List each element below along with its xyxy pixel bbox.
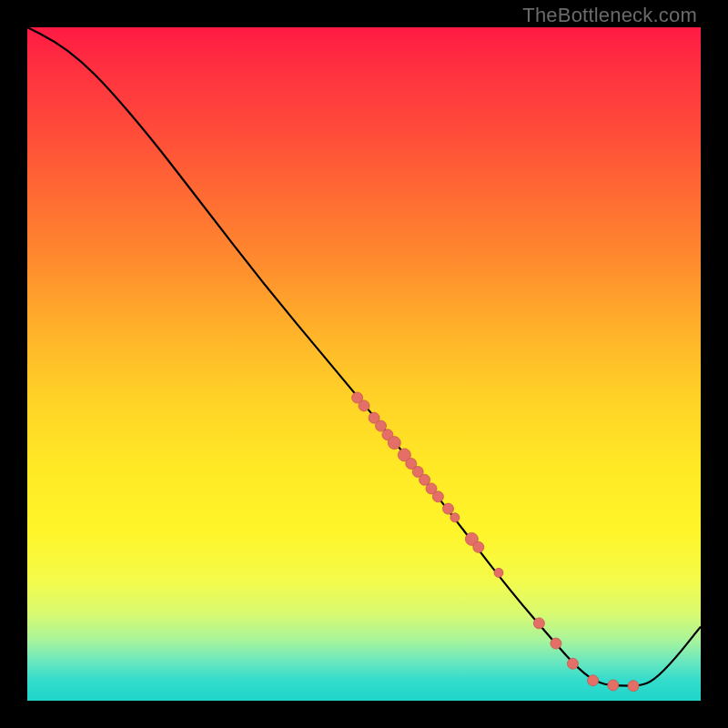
data-point (494, 568, 503, 577)
data-point (628, 681, 639, 692)
bottleneck-curve (27, 27, 701, 686)
data-point (533, 618, 544, 629)
data-point (588, 675, 599, 686)
data-point (443, 503, 454, 514)
watermark-text: TheBottleneck.com (522, 4, 697, 27)
data-points (352, 392, 639, 692)
chart-frame: TheBottleneck.com (0, 0, 728, 728)
data-point (608, 680, 619, 691)
data-point (450, 513, 460, 522)
data-point (388, 437, 400, 450)
data-point (473, 541, 484, 552)
data-point (551, 638, 561, 649)
data-point (567, 658, 578, 669)
data-point (432, 491, 443, 502)
chart-overlay (27, 27, 701, 701)
data-point (359, 400, 369, 411)
